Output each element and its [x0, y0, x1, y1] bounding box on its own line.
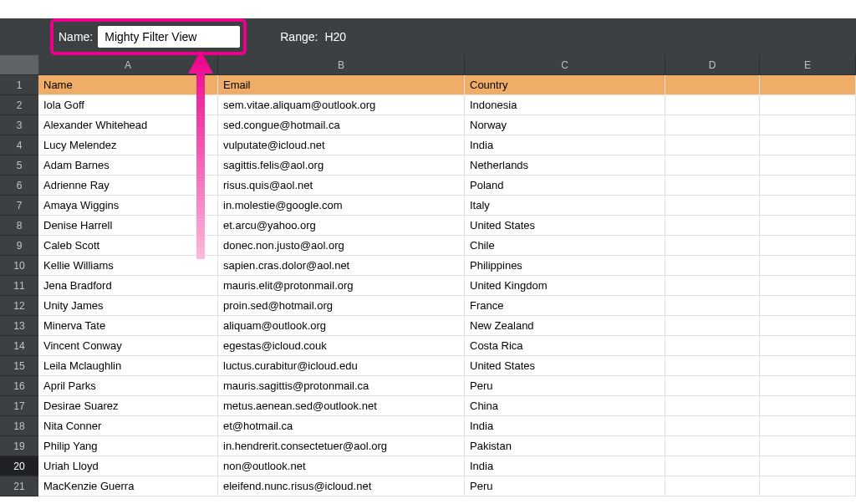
col-header-B[interactable]: B	[218, 55, 465, 75]
cell-country[interactable]: Norway	[465, 115, 665, 135]
row-number[interactable]: 20	[0, 456, 38, 476]
cell-email[interactable]: sapien.cras.dolor@aol.net	[218, 256, 465, 276]
cell-email[interactable]: sagittis.felis@aol.org	[218, 155, 465, 176]
cell-empty[interactable]	[760, 95, 856, 115]
cell-name[interactable]: Philip Yang	[38, 436, 218, 456]
cell-name[interactable]: Lucy Melendez	[38, 135, 218, 155]
cell-empty[interactable]	[760, 436, 856, 456]
cell-email[interactable]: metus.aenean.sed@outlook.net	[218, 396, 465, 416]
cell-country[interactable]: Costa Rica	[465, 336, 665, 356]
cell-email[interactable]: in.molestie@google.com	[218, 196, 465, 216]
cell-country[interactable]: Poland	[465, 176, 665, 196]
cell-email[interactable]: risus.quis@aol.net	[218, 176, 465, 196]
cell-email[interactable]: et.arcu@yahoo.org	[218, 216, 465, 236]
row-number[interactable]: 3	[0, 115, 38, 135]
cell-empty[interactable]	[665, 476, 760, 496]
row-number[interactable]: 2	[0, 95, 38, 115]
cell-country[interactable]: India	[465, 456, 665, 476]
row-number[interactable]: 13	[0, 316, 38, 336]
cell-country[interactable]: Pakistan	[465, 436, 665, 456]
cell-empty[interactable]	[760, 376, 856, 396]
cell-email[interactable]: luctus.curabitur@icloud.edu	[218, 356, 465, 376]
cell-country[interactable]: Italy	[465, 196, 665, 216]
row-number[interactable]: 6	[0, 176, 38, 196]
row-number[interactable]: 11	[0, 276, 38, 296]
cell-email[interactable]: in.hendrerit.consectetuer@aol.org	[218, 436, 465, 456]
cell-empty[interactable]	[665, 336, 760, 356]
cell-email[interactable]: mauris.elit@protonmail.org	[218, 276, 465, 296]
cell-name[interactable]: Leila Mclaughlin	[38, 356, 218, 376]
cell-name[interactable]: Kellie Williams	[38, 256, 218, 276]
cell-empty[interactable]	[665, 115, 760, 135]
cell-empty[interactable]	[665, 396, 760, 416]
cell-empty[interactable]	[760, 356, 856, 376]
cell-country[interactable]: France	[465, 296, 665, 316]
cell-name[interactable]: MacKenzie Guerra	[38, 476, 218, 496]
header-name[interactable]: Name	[38, 75, 218, 95]
cell-country[interactable]: United States	[465, 216, 665, 236]
col-header-A[interactable]: A	[38, 55, 218, 75]
cell-empty[interactable]	[665, 356, 760, 376]
cell-empty[interactable]	[760, 316, 856, 336]
cell-country[interactable]: Chile	[465, 236, 665, 256]
cell-empty[interactable]	[760, 416, 856, 436]
cell-empty[interactable]	[665, 276, 760, 296]
cell-empty[interactable]	[665, 216, 760, 236]
cell-country[interactable]: United Kingdom	[465, 276, 665, 296]
cell-email[interactable]: non@outlook.net	[218, 456, 465, 476]
cell-empty[interactable]	[760, 476, 856, 496]
row-number[interactable]: 12	[0, 296, 38, 316]
cell-name[interactable]: Minerva Tate	[38, 316, 218, 336]
cell-name[interactable]: Denise Harrell	[38, 216, 218, 236]
cell-empty[interactable]	[665, 416, 760, 436]
cell-empty[interactable]	[760, 396, 856, 416]
cell-name[interactable]: Caleb Scott	[38, 236, 218, 256]
cell-name[interactable]: Adrienne Ray	[38, 176, 218, 196]
row-number[interactable]: 21	[0, 476, 38, 496]
row-number[interactable]: 9	[0, 236, 38, 256]
header-empty-d[interactable]	[665, 75, 760, 95]
cell-empty[interactable]	[760, 135, 856, 155]
cell-name[interactable]: April Parks	[38, 376, 218, 396]
header-country[interactable]: Country	[465, 75, 665, 95]
cell-empty[interactable]	[760, 296, 856, 316]
cell-empty[interactable]	[665, 95, 760, 115]
cell-empty[interactable]	[760, 236, 856, 256]
cell-email[interactable]: aliquam@outlook.org	[218, 316, 465, 336]
cell-empty[interactable]	[760, 456, 856, 476]
cell-country[interactable]: China	[465, 396, 665, 416]
cell-email[interactable]: proin.sed@hotmail.org	[218, 296, 465, 316]
cell-empty[interactable]	[665, 135, 760, 155]
row-number[interactable]: 15	[0, 356, 38, 376]
cell-empty[interactable]	[760, 276, 856, 296]
row-number[interactable]: 10	[0, 256, 38, 276]
header-empty-e[interactable]	[760, 75, 856, 95]
cell-email[interactable]: mauris.sagittis@protonmail.ca	[218, 376, 465, 396]
row-number[interactable]: 14	[0, 336, 38, 356]
cell-empty[interactable]	[665, 316, 760, 336]
cell-email[interactable]: et@hotmail.ca	[218, 416, 465, 436]
cell-empty[interactable]	[760, 336, 856, 356]
cell-empty[interactable]	[760, 176, 856, 196]
cell-name[interactable]: Amaya Wiggins	[38, 196, 218, 216]
cell-country[interactable]: Philippines	[465, 256, 665, 276]
cell-email[interactable]: vulputate@icloud.net	[218, 135, 465, 155]
cell-email[interactable]: eleifend.nunc.risus@icloud.net	[218, 476, 465, 496]
row-number[interactable]: 19	[0, 436, 38, 456]
row-number[interactable]: 16	[0, 376, 38, 396]
cell-name[interactable]: Alexander Whitehead	[38, 115, 218, 135]
cell-empty[interactable]	[665, 176, 760, 196]
select-all-corner[interactable]	[0, 55, 38, 75]
cell-country[interactable]: New Zealand	[465, 316, 665, 336]
cell-name[interactable]: Iola Goff	[38, 95, 218, 115]
cell-empty[interactable]	[665, 436, 760, 456]
cell-empty[interactable]	[760, 256, 856, 276]
cell-name[interactable]: Adam Barnes	[38, 155, 218, 176]
cell-email[interactable]: egestas@icloud.couk	[218, 336, 465, 356]
cell-name[interactable]: Vincent Conway	[38, 336, 218, 356]
cell-country[interactable]: United States	[465, 356, 665, 376]
cell-country[interactable]: Indonesia	[465, 95, 665, 115]
cell-empty[interactable]	[760, 216, 856, 236]
cell-empty[interactable]	[665, 196, 760, 216]
cell-empty[interactable]	[760, 115, 856, 135]
